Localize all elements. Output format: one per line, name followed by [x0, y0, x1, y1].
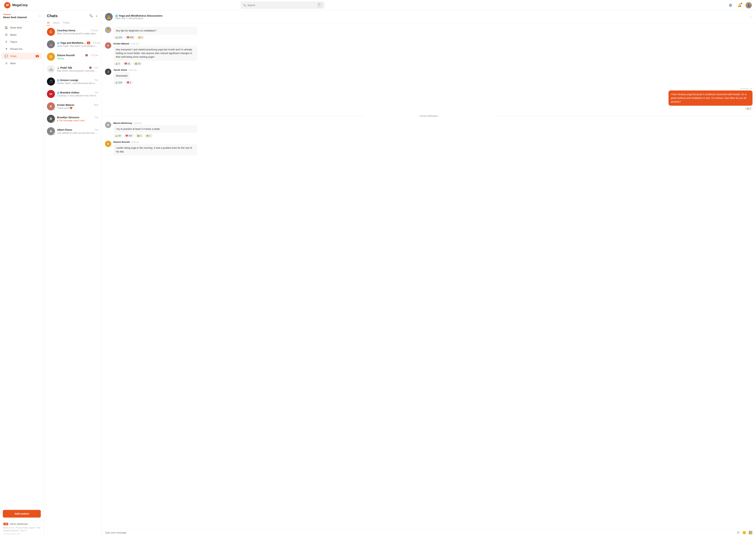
search-bar[interactable]: 🔍 ⌘ F	[241, 1, 325, 9]
avatar-image: C	[47, 28, 55, 36]
reaction-button[interactable]: 😠 1	[137, 36, 145, 39]
sidebar-footer: CD Admin dashboard Terms of Use Privacy …	[0, 520, 44, 537]
app-name: MegaCorp	[12, 3, 28, 7]
logo-letter: M	[6, 3, 9, 7]
notifications-button[interactable]: 🔔	[736, 2, 743, 8]
chat-name: 🌐 Yoga and Mindfulness Di...	[57, 41, 86, 44]
chat-badge: 2	[87, 41, 90, 44]
reaction-button[interactable]: 👍 123	[113, 36, 124, 39]
chat-row: Dianne Russell 🔇 7:32 pm	[57, 54, 98, 57]
mention-button[interactable]: @	[737, 531, 740, 535]
reaction-button[interactable]: ❤️ 23	[123, 62, 132, 65]
chats-add-button[interactable]: ＋	[95, 14, 98, 18]
chat-avatar: 🚲	[47, 65, 55, 73]
sidebar-item-mixes[interactable]: ☰ Mixes	[1, 31, 42, 38]
input-actions: @ 🙂 🖼️	[737, 531, 752, 535]
list-item[interactable]: 🎵 🌐 Groove Lounge Thu Jordan Taylor: I j…	[44, 75, 101, 88]
chat-more-button[interactable]: ···	[749, 15, 752, 19]
channel-name: News feed channel	[3, 16, 27, 19]
sidebar-item-more[interactable]: ⊙ More	[1, 60, 42, 67]
add-content-button[interactable]: Add content	[3, 510, 41, 517]
reaction-button[interactable]: 😂 1	[135, 134, 143, 138]
message-time: 10:02 am	[131, 43, 139, 45]
chat-avatar: NF	[47, 90, 55, 98]
reaction-button[interactable]: 😢 1	[145, 134, 152, 138]
chats-search-button[interactable]: 🔍	[89, 14, 93, 18]
reaction-button[interactable]: ❤️ 1	[125, 81, 133, 84]
message-time: 10:02 am	[134, 122, 142, 124]
channel-header[interactable]: Channel News feed channel ▾	[0, 11, 44, 22]
sidebar-item-news-feed[interactable]: 🏠 News feed	[1, 24, 42, 31]
chat-main: 🧘 🌐 Yoga and Mindfulness Discussions Pub…	[102, 11, 756, 537]
list-item[interactable]: B Brooklyn Simmons Tue ♦ The message was…	[44, 113, 101, 125]
media-button[interactable]: 🖼️	[749, 531, 752, 535]
message-input-area: @ 🙂 🖼️	[102, 528, 756, 537]
sidebar-item-label: More	[10, 62, 16, 65]
message-avatar: 🧘	[105, 27, 111, 33]
list-item[interactable]: D Dianne Russell 🔇 7:32 pm Typing...	[44, 51, 101, 63]
footer-link-privacy[interactable]: Privacy Policy	[16, 527, 28, 529]
chat-main-info: 🌐 Yoga and Mindfulness Discussions Publi…	[115, 14, 747, 20]
admin-label: Admin dashboard	[10, 523, 28, 525]
reaction-button[interactable]: 👍 233	[113, 81, 124, 84]
list-item[interactable]: 🚲 🔒 Pedal Talk 🔇 Sun Max Smith: Hey ever…	[44, 63, 101, 75]
settings-button[interactable]: ⚙️	[727, 2, 734, 8]
message-body: Dianne Russell 10:30 am I prefer doing y…	[113, 141, 752, 155]
sidebar-item-chats[interactable]: 💬 Chats 2	[1, 53, 42, 60]
message-input[interactable]	[105, 531, 735, 534]
app-logo[interactable]: M	[4, 2, 11, 8]
chat-name: Brooklyn Simmons	[57, 116, 79, 119]
chat-content: Courtney Henry 7:32 pm Wow, that sounds …	[57, 29, 98, 35]
footer-link-faq[interactable]: FAQ	[37, 527, 40, 529]
list-item[interactable]: A Albert Flores Tue Just wanted to catch…	[44, 125, 101, 138]
avatar-image: 🚲	[47, 65, 55, 73]
message-bubble: Absolutely!	[113, 72, 130, 80]
tab-public[interactable]: Public	[63, 20, 70, 25]
sidebar-item-topics[interactable]: # Topics	[1, 38, 42, 45]
message-body: Jacob Jones 10:02 am Absolutely! 👍 233 ❤…	[113, 68, 752, 84]
logo-area: M MegaCorp	[4, 2, 39, 8]
message-group: D Dianne Russell 10:30 am I prefer doing…	[105, 141, 752, 155]
chat-time: 5:03 am	[93, 42, 100, 44]
chats-panel: Chats 🔍 ＋ All Direct Public C Courtney H…	[44, 11, 102, 537]
topbar: M MegaCorp 🔍 ⌘ F ⚙️ 🔔 👤	[0, 0, 756, 11]
chat-main-subtitle: Public chat • 1,3M participants	[115, 17, 747, 20]
unread-divider: Unread notifications	[105, 113, 752, 119]
messages-area: 🧘 Any tips for beginners on meditation? …	[102, 23, 756, 528]
chat-avatar: D	[47, 53, 55, 61]
reaction-button[interactable]: ❤️ 347	[124, 134, 134, 138]
footer-link-terms[interactable]: Terms of Use	[3, 527, 15, 529]
admin-badge-icon: CD	[3, 523, 8, 525]
chat-avatar: C	[47, 28, 55, 36]
list-item[interactable]: 🧘 🌐 Yoga and Mindfulness Di... 2 5:03 am…	[44, 38, 101, 51]
reaction-button[interactable]: 👍 34	[113, 134, 122, 138]
sidebar-item-pinned-mix[interactable]: ✦ Pinned mix	[1, 46, 42, 52]
tab-direct[interactable]: Direct	[53, 20, 60, 25]
user-avatar[interactable]: 👤	[745, 2, 752, 8]
sidebar-item-label: News feed	[10, 26, 22, 29]
reactions: 👍 1	[745, 107, 752, 110]
message-avatar: J	[105, 68, 111, 75]
reaction-button[interactable]: 😂 23	[133, 62, 142, 65]
chat-preview: Wow, that sounds great! It really captur…	[57, 32, 98, 35]
admin-dashboard-link[interactable]: CD Admin dashboard	[3, 523, 40, 525]
emoji-button[interactable]: 🙂	[742, 531, 746, 535]
list-item[interactable]: NF 🌐 Branded clothes Thu Courtney: A new…	[44, 88, 101, 100]
chat-content: Albert Flores Tue Just wanted to catch u…	[57, 128, 98, 134]
list-item[interactable]: K Kristin Watson Wed Thank you!!!❤️	[44, 100, 101, 113]
footer-link-more[interactable]: More ∨	[21, 529, 27, 532]
footer-link-general[interactable]: General Questions	[3, 529, 19, 532]
reactions: 👍 233 ❤️ 1	[113, 81, 752, 84]
footer-link-imprint[interactable]: Imprint	[29, 527, 35, 529]
message-sender: Dianne Russell	[113, 141, 130, 143]
list-item[interactable]: C Courtney Henry 7:32 pm Wow, that sound…	[44, 26, 101, 38]
tab-all[interactable]: All	[47, 20, 50, 25]
message-bubble: I prefer doing yoga in the morning. It s…	[113, 144, 197, 155]
reaction-button[interactable]: ❤️ 999	[125, 36, 135, 39]
online-indicator	[53, 133, 55, 135]
reaction-button[interactable]: 👍 1	[745, 107, 752, 110]
reaction-button[interactable]: 👍 4	[113, 62, 121, 65]
muted-icon: 🔇	[85, 54, 88, 57]
nav-items: 🏠 News feed ☰ Mixes # Topics ✦ Pinned mi…	[0, 22, 44, 508]
search-input[interactable]	[247, 4, 316, 7]
